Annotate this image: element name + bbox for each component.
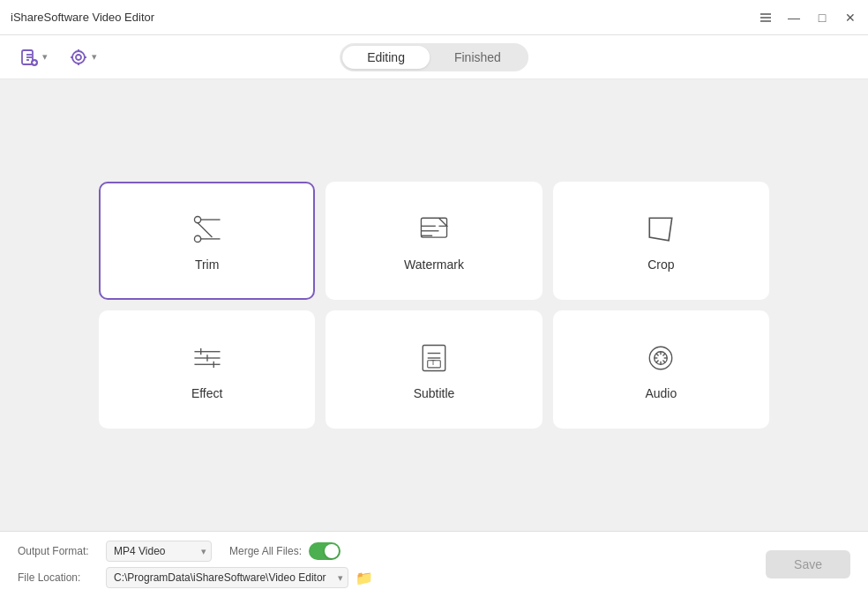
- feature-grid: Trim Watermark Crop: [99, 182, 769, 429]
- close-button[interactable]: ✕: [843, 11, 857, 25]
- tabs-container: Editing Finished: [340, 43, 528, 71]
- watermark-label: Watermark: [404, 257, 464, 272]
- crop-card[interactable]: Crop: [553, 182, 769, 300]
- tab-editing[interactable]: Editing: [342, 46, 430, 69]
- bottom-left-rows: Output Format: MP4 Video Merge All Files…: [18, 541, 766, 588]
- file-path-select[interactable]: C:\ProgramData\iShareSoftware\Video Edit…: [106, 567, 348, 588]
- edit-chevron: ▾: [92, 51, 97, 63]
- svg-point-16: [194, 216, 200, 222]
- bottom-rows-container: Output Format: MP4 Video Merge All Files…: [18, 541, 850, 588]
- svg-line-43: [656, 354, 659, 356]
- window-controls: — □ ✕: [759, 11, 857, 25]
- svg-line-44: [663, 360, 666, 362]
- watermark-card[interactable]: Watermark: [326, 182, 542, 300]
- file-location-row: File Location: C:\ProgramData\iShareSoft…: [18, 567, 766, 588]
- trim-card[interactable]: Trim: [99, 182, 315, 300]
- menu-button[interactable]: [759, 11, 773, 25]
- effect-icon: [188, 339, 227, 377]
- svg-line-46: [656, 360, 659, 362]
- app-title: iShareSoftware Video Editor: [11, 11, 154, 24]
- effect-card[interactable]: Effect: [99, 310, 315, 429]
- tab-finished[interactable]: Finished: [430, 46, 526, 69]
- maximize-button[interactable]: □: [815, 11, 829, 25]
- save-button[interactable]: Save: [766, 550, 850, 578]
- output-format-row: Output Format: MP4 Video Merge All Files…: [18, 541, 766, 562]
- audio-icon: [641, 339, 680, 377]
- svg-rect-21: [421, 218, 446, 237]
- crop-icon: [641, 210, 680, 249]
- merge-toggle[interactable]: [309, 542, 340, 560]
- crop-label: Crop: [647, 257, 674, 272]
- effect-label: Effect: [191, 386, 223, 400]
- toolbar: ▾ ▾ Editing Finished: [0, 35, 868, 79]
- watermark-icon: [415, 210, 453, 249]
- trim-label: Trim: [195, 257, 219, 272]
- svg-marker-25: [650, 218, 672, 240]
- svg-point-11: [76, 55, 81, 60]
- svg-point-17: [194, 235, 200, 242]
- svg-point-10: [72, 51, 85, 63]
- merge-label: Merge All Files:: [229, 545, 302, 557]
- trim-icon: [188, 210, 227, 249]
- folder-icon[interactable]: 📁: [355, 570, 373, 586]
- subtitle-card[interactable]: T Subtitle: [326, 310, 542, 429]
- main-content: Trim Watermark Crop: [0, 79, 868, 531]
- add-file-chevron: ▾: [42, 51, 48, 63]
- file-path-wrapper: C:\ProgramData\iShareSoftware\Video Edit…: [106, 567, 348, 588]
- toolbar-left: ▾ ▾: [14, 44, 102, 71]
- subtitle-icon: T: [415, 339, 453, 377]
- add-file-button[interactable]: ▾: [14, 44, 53, 71]
- output-format-label: Output Format:: [18, 545, 106, 557]
- minimize-button[interactable]: —: [787, 11, 801, 25]
- audio-card[interactable]: Audio: [553, 310, 769, 429]
- audio-label: Audio: [645, 386, 677, 400]
- file-location-label: File Location:: [18, 571, 106, 584]
- svg-line-45: [663, 354, 666, 356]
- titlebar: iShareSoftware Video Editor — □ ✕: [0, 0, 868, 35]
- bottom-bar: Output Format: MP4 Video Merge All Files…: [0, 531, 868, 597]
- subtitle-label: Subtitle: [414, 386, 455, 400]
- edit-settings-button[interactable]: ▾: [64, 44, 102, 71]
- svg-line-20: [198, 223, 212, 237]
- merge-section: Merge All Files:: [229, 542, 340, 560]
- svg-text:T: T: [430, 358, 436, 367]
- output-format-select-wrapper: MP4 Video: [106, 541, 212, 562]
- output-format-select[interactable]: MP4 Video: [106, 541, 212, 562]
- svg-point-37: [650, 347, 672, 369]
